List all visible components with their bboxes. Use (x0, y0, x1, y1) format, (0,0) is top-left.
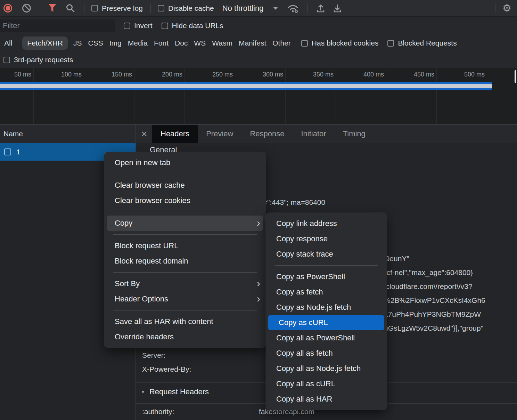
preserve-log-checkbox[interactable]: Preserve log (91, 4, 143, 13)
filter-icon[interactable] (48, 3, 57, 13)
hide-data-urls-label: Hide data URLs (172, 22, 223, 30)
disable-cache-label: Disable cache (168, 4, 214, 13)
menu-item-clear-browser-cache[interactable]: Clear browser cache (104, 178, 266, 193)
filter-type-js[interactable]: JS (73, 37, 83, 49)
filter-type-font[interactable]: Font (153, 37, 169, 49)
menu-item-block-request-domain[interactable]: Block request domain (104, 253, 266, 269)
menu-item-copy-link-address[interactable]: Copy link address (266, 216, 387, 231)
export-har-icon[interactable] (333, 3, 342, 13)
gear-icon[interactable]: ⚙ (502, 3, 511, 13)
filter-type-manifest[interactable]: Manifest (238, 37, 267, 49)
filter-type-doc[interactable]: Doc (174, 37, 188, 49)
import-har-icon[interactable] (316, 3, 326, 13)
menu-item-copy-all-as-nodejs-fetch[interactable]: Copy all as Node.js fetch (266, 361, 387, 376)
menu-item-clear-browser-cookies[interactable]: Clear browser cookies (104, 193, 266, 208)
menu-item-copy-all-as-har[interactable]: Copy all as HAR (266, 391, 387, 407)
authority-header-label: :authority: (142, 407, 174, 416)
toolbar-divider (150, 3, 151, 13)
copy-submenu: Copy link address Copy response Copy sta… (266, 213, 387, 410)
menu-separator (113, 272, 257, 273)
menu-item-copy-all-as-powershell[interactable]: Copy all as PowerShell (266, 330, 387, 346)
menu-item-copy-as-nodejs-fetch[interactable]: Copy as Node.js fetch (266, 300, 387, 315)
menu-item-copy-as-curl[interactable]: Copy as cURL (268, 315, 384, 330)
menu-item-copy-as-fetch[interactable]: Copy as fetch (266, 284, 387, 300)
toolbar-divider (41, 3, 41, 13)
menu-item-open-in-new-tab[interactable]: Open in new tab (104, 155, 266, 170)
submenu-arrow-icon: › (257, 217, 260, 229)
hide-data-urls-checkbox[interactable]: Hide data URLs (162, 22, 223, 30)
filter-type-fetch-xhr[interactable]: Fetch/XHR (22, 37, 68, 50)
blocked-requests-checkbox[interactable]: Blocked Requests (387, 39, 457, 47)
menu-separator (113, 212, 257, 212)
filter-type-other[interactable]: Other (272, 37, 292, 49)
record-icon[interactable] (3, 4, 12, 13)
search-icon[interactable] (66, 3, 75, 13)
header-value-fragment: uGsLgzW5v2C8uwd"}],"group" (384, 324, 483, 332)
name-column-header[interactable]: Name (0, 125, 136, 143)
checkbox-box (91, 5, 98, 11)
overview-selected-range[interactable] (0, 82, 492, 90)
header-value-fragment: L7uPh4PuhYP3NGbTM9ZpW (384, 310, 481, 318)
throttling-select[interactable]: No throttling (222, 4, 264, 13)
menu-separator (113, 310, 257, 310)
toolbar-divider (495, 3, 495, 13)
overview-scroll-thumb[interactable] (515, 70, 516, 83)
timeline-tick: 150 ms (94, 71, 132, 78)
timeline-tick: 400 ms (346, 71, 384, 78)
network-main-toolbar: Preserve log Disable cache No throttling… (0, 0, 517, 17)
row-checkbox[interactable] (4, 148, 11, 155)
filter-type-wasm[interactable]: Wasm (211, 37, 233, 49)
menu-item-copy-all-as-curl[interactable]: Copy all as cURL (266, 376, 387, 391)
menu-item-copy[interactable]: Copy› (107, 216, 263, 231)
menu-item-copy-response[interactable]: Copy response (266, 231, 387, 247)
checkbox-box (158, 5, 164, 11)
checkbox-box (3, 57, 10, 63)
chevron-down-icon[interactable] (273, 7, 278, 10)
menu-item-override-headers[interactable]: Override headers (104, 329, 266, 345)
filter-type-img[interactable]: Img (109, 37, 122, 49)
preserve-log-label: Preserve log (102, 4, 143, 13)
tab-headers[interactable]: Headers (152, 125, 198, 143)
network-conditions-icon[interactable] (287, 3, 299, 14)
toolbar-divider (18, 39, 18, 48)
timeline-tick: 50 ms (0, 71, 31, 78)
request-headers-section[interactable]: ▼Request Headers (141, 387, 209, 396)
has-blocked-cookies-checkbox[interactable]: Has blocked cookies (301, 39, 379, 47)
menu-item-block-request-url[interactable]: Block request URL (104, 238, 266, 253)
timeline-tick: 350 ms (295, 71, 334, 78)
blocked-requests-label: Blocked Requests (398, 39, 457, 47)
third-party-requests-checkbox[interactable]: 3rd-party requests (3, 56, 73, 64)
header-value-fragment: %2B%2FkxwP1vCXcKsI4xGh6 (384, 296, 485, 305)
clear-icon[interactable] (22, 4, 31, 13)
menu-separator (113, 234, 257, 235)
menu-item-header-options[interactable]: Header Options› (104, 291, 266, 307)
tab-response[interactable]: Response (241, 125, 293, 143)
invert-label: Invert (134, 22, 153, 30)
third-party-requests-label: 3rd-party requests (14, 56, 73, 64)
checkbox-box (301, 40, 308, 47)
menu-item-sort-by[interactable]: Sort By› (104, 276, 266, 291)
timeline-tick: 300 ms (245, 71, 283, 78)
filter-type-css[interactable]: CSS (88, 37, 104, 49)
filter-type-ws[interactable]: WS (193, 37, 206, 49)
disable-cache-checkbox[interactable]: Disable cache (158, 4, 214, 13)
filter-input[interactable]: Filter (0, 19, 115, 32)
tab-timing[interactable]: Timing (335, 125, 374, 143)
menu-separator (275, 265, 378, 266)
tab-preview[interactable]: Preview (198, 125, 241, 143)
menu-item-copy-as-powershell[interactable]: Copy as PowerShell (266, 269, 387, 284)
filter-type-all[interactable]: All (3, 37, 13, 49)
menu-item-copy-stack-trace[interactable]: Copy stack trace (266, 247, 387, 262)
filter-type-media[interactable]: Media (127, 37, 148, 49)
request-name: 1 (16, 148, 20, 156)
invert-checkbox[interactable]: Invert (124, 22, 153, 30)
menu-item-save-all-as-har[interactable]: Save all as HAR with content (104, 314, 266, 329)
network-overview-timeline: 50 ms 100 ms 150 ms 200 ms 250 ms 300 ms… (0, 68, 517, 124)
filter-placeholder: Filter (3, 21, 20, 30)
has-blocked-cookies-label: Has blocked cookies (312, 39, 379, 47)
tab-initiator[interactable]: Initiator (293, 125, 334, 143)
detail-tab-strip: × Headers Preview Response Initiator Tim… (136, 124, 517, 143)
devtools-network-panel: Preserve log Disable cache No throttling… (0, 0, 517, 420)
close-icon[interactable]: × (136, 125, 152, 143)
menu-item-copy-all-as-fetch[interactable]: Copy all as fetch (266, 346, 387, 361)
